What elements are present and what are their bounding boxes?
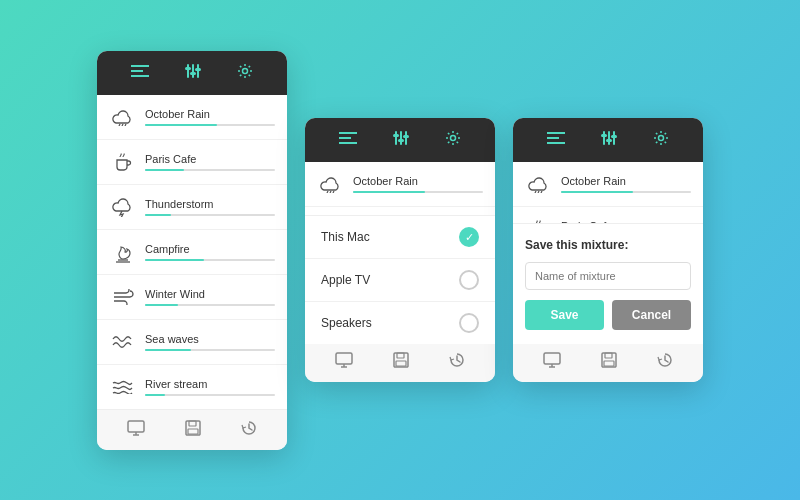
svg-line-54 <box>541 191 542 193</box>
device-uncheck-icon <box>459 270 479 290</box>
list-item[interactable]: October Rain <box>97 95 287 140</box>
svg-line-10 <box>119 124 120 126</box>
screen-icon[interactable] <box>543 352 561 372</box>
save-title: Save this mixture: <box>525 238 691 252</box>
svg-rect-25 <box>400 131 402 145</box>
mixer-icon[interactable] <box>393 130 409 150</box>
cloud-rain-icon <box>109 103 137 131</box>
screen-icon[interactable] <box>335 352 353 372</box>
sound-info: Thunderstorm <box>145 198 275 216</box>
list-item[interactable]: October Rain <box>305 162 495 207</box>
svg-point-9 <box>243 68 248 73</box>
settings-icon[interactable] <box>237 63 253 83</box>
list-item[interactable]: Thunderstorm <box>97 185 287 230</box>
svg-point-30 <box>451 136 456 141</box>
svg-rect-48 <box>601 134 607 137</box>
history-icon[interactable] <box>449 352 465 372</box>
device-overlay: This Mac ✓ Apple TV Speakers <box>305 215 495 344</box>
svg-rect-24 <box>395 131 397 145</box>
mixture-name-input[interactable] <box>525 262 691 290</box>
svg-rect-45 <box>603 131 605 145</box>
svg-rect-46 <box>608 131 610 145</box>
floppy-icon[interactable] <box>393 352 409 372</box>
list-item[interactable]: Campfire <box>97 230 287 275</box>
sound-info: Paris Cafe <box>145 153 275 171</box>
sound-list-1: October Rain Paris Cafe <box>97 95 287 409</box>
floppy-icon[interactable] <box>601 352 617 372</box>
sound-info: Winter Wind <box>145 288 275 306</box>
slider-track[interactable] <box>145 124 275 126</box>
slider-track[interactable] <box>145 169 275 171</box>
list-icon[interactable] <box>131 64 149 82</box>
list-icon[interactable] <box>339 131 357 149</box>
panel-footer-3 <box>513 341 703 382</box>
svg-rect-20 <box>188 429 198 434</box>
screen-icon[interactable] <box>127 420 145 440</box>
history-icon[interactable] <box>657 352 673 372</box>
svg-rect-4 <box>192 64 194 78</box>
svg-line-33 <box>333 191 334 193</box>
sound-name: River stream <box>145 378 275 390</box>
sound-name: Winter Wind <box>145 288 275 300</box>
panel-device-picker: October Rain Paris Cafe <box>305 118 495 382</box>
svg-rect-28 <box>398 139 404 142</box>
slider-track[interactable] <box>145 214 275 216</box>
slider-track[interactable] <box>145 304 275 306</box>
list-item[interactable]: River stream <box>97 365 287 409</box>
svg-rect-57 <box>544 353 560 364</box>
history-icon[interactable] <box>241 420 257 440</box>
settings-icon[interactable] <box>445 130 461 150</box>
slider-track[interactable] <box>145 259 275 261</box>
sound-info: Sea waves <box>145 333 275 351</box>
sound-info: River stream <box>145 378 275 396</box>
list-item[interactable]: Winter Wind <box>97 275 287 320</box>
device-item-speakers[interactable]: Speakers <box>305 302 495 344</box>
svg-rect-41 <box>396 361 406 366</box>
sound-name: October Rain <box>353 175 483 187</box>
list-item[interactable]: Sea waves <box>97 320 287 365</box>
settings-icon[interactable] <box>653 130 669 150</box>
svg-rect-7 <box>190 72 196 75</box>
device-name-apple-tv: Apple TV <box>321 273 370 287</box>
svg-line-31 <box>327 191 328 193</box>
sound-info: October Rain <box>353 175 483 193</box>
list-icon[interactable] <box>547 131 565 149</box>
slider-track[interactable] <box>145 394 275 396</box>
mixer-icon[interactable] <box>601 130 617 150</box>
panel-main: October Rain Paris Cafe <box>97 51 287 450</box>
slider-track[interactable] <box>561 191 691 193</box>
cloud-rain-icon <box>317 170 345 198</box>
svg-rect-3 <box>187 64 189 78</box>
svg-rect-50 <box>611 135 617 138</box>
panel-header-1 <box>97 51 287 95</box>
save-button[interactable]: Save <box>525 300 604 330</box>
device-item-this-mac[interactable]: This Mac ✓ <box>305 216 495 259</box>
thunderstorm-icon <box>109 193 137 221</box>
svg-line-32 <box>330 191 331 193</box>
save-buttons: Save Cancel <box>525 300 691 330</box>
mixer-icon[interactable] <box>185 63 201 83</box>
svg-rect-49 <box>606 139 612 142</box>
sound-name: October Rain <box>561 175 691 187</box>
panel-header-2 <box>305 118 495 162</box>
svg-rect-29 <box>403 135 409 138</box>
floppy-icon[interactable] <box>185 420 201 440</box>
waves-icon <box>109 328 137 356</box>
cloud-rain-icon <box>525 170 553 198</box>
list-item[interactable]: Paris Cafe <box>97 140 287 185</box>
sound-name: Sea waves <box>145 333 275 345</box>
device-item-apple-tv[interactable]: Apple TV <box>305 259 495 302</box>
svg-rect-6 <box>185 67 191 70</box>
panel-footer-1 <box>97 409 287 450</box>
svg-line-11 <box>122 124 123 126</box>
sound-name: Thunderstorm <box>145 198 275 210</box>
cancel-button[interactable]: Cancel <box>612 300 691 330</box>
sound-info: Campfire <box>145 243 275 261</box>
list-item[interactable]: October Rain <box>513 162 703 207</box>
panel-footer-2 <box>305 341 495 382</box>
svg-rect-27 <box>393 134 399 137</box>
slider-track[interactable] <box>145 349 275 351</box>
sound-name: October Rain <box>145 108 275 120</box>
slider-track[interactable] <box>353 191 483 193</box>
device-check-icon: ✓ <box>459 227 479 247</box>
